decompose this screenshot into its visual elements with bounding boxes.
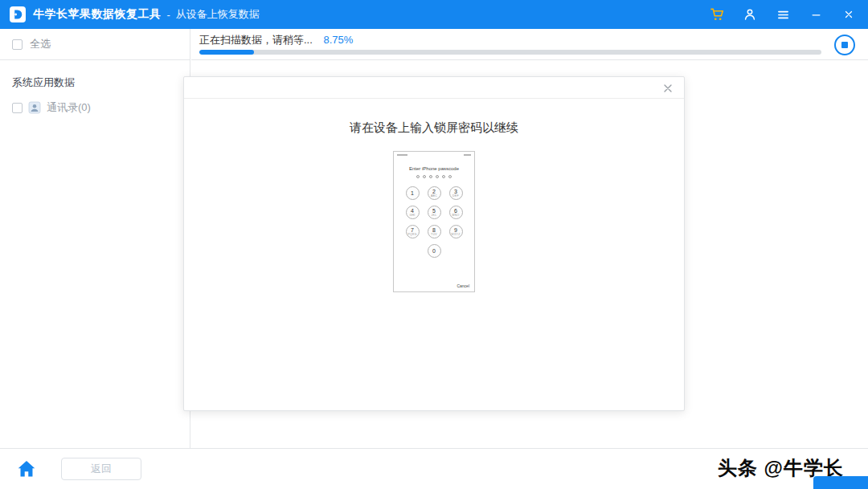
key-4: 4GHI xyxy=(406,206,420,219)
home-button[interactable] xyxy=(16,458,37,479)
app-subtitle: 从设备上恢复数据 xyxy=(176,7,260,22)
iphone-passcode-image: Enter iPhone passcode 1 2ABC 3DEF 4GHI 5… xyxy=(393,151,475,292)
sidebar: 全选 系统应用数据 通讯录(0) xyxy=(0,29,190,448)
key-5: 5JKL xyxy=(428,206,441,219)
modal-header xyxy=(184,77,684,99)
scan-status-row: 正在扫描数据，请稍等... 8.75% xyxy=(199,33,353,47)
progress-fill xyxy=(199,50,254,55)
passcode-dots xyxy=(394,175,474,178)
passcode-keypad: 1 2ABC 3DEF 4GHI 5JKL 6MNO 7PQRS 8TUV 9W… xyxy=(394,186,474,258)
modal-close-icon[interactable] xyxy=(661,81,675,96)
sidebar-section-title: 系统应用数据 xyxy=(12,75,190,90)
passcode-title: Enter iPhone passcode xyxy=(394,166,474,171)
key-0: 0 xyxy=(428,244,441,258)
contacts-checkbox[interactable] xyxy=(12,103,23,113)
cart-icon[interactable] xyxy=(709,6,725,22)
passcode-cancel-label: Cancel xyxy=(457,283,469,288)
key-1: 1 xyxy=(406,186,420,200)
footer: 返回 头条 @牛学长 xyxy=(0,448,868,489)
key-3: 3DEF xyxy=(449,186,463,200)
account-icon[interactable] xyxy=(742,6,758,22)
key-9: 9WXYZ xyxy=(449,225,463,238)
key-8: 8TUV xyxy=(428,225,441,238)
contacts-icon xyxy=(28,101,41,114)
titlebar: 牛学长苹果数据恢复工具 - 从设备上恢复数据 xyxy=(0,0,868,29)
key-7: 7PQRS xyxy=(406,225,420,238)
select-all-checkbox[interactable] xyxy=(12,39,23,50)
minimize-icon[interactable] xyxy=(808,6,824,22)
scan-header: 正在扫描数据，请稍等... 8.75% xyxy=(191,29,868,60)
menu-icon[interactable] xyxy=(775,6,791,22)
app-logo-icon xyxy=(10,6,26,22)
back-button[interactable]: 返回 xyxy=(61,458,141,480)
scan-status-text: 正在扫描数据，请稍等... xyxy=(199,34,313,46)
select-all-label: 全选 xyxy=(30,37,51,51)
stop-scan-button[interactable] xyxy=(834,35,855,55)
bottom-corner-button[interactable] xyxy=(813,476,868,489)
sidebar-item-contacts[interactable]: 通讯录(0) xyxy=(0,100,190,115)
select-all-row[interactable]: 全选 xyxy=(0,29,190,60)
app-title: 牛学长苹果数据恢复工具 xyxy=(33,7,162,22)
titlebar-actions xyxy=(709,0,857,29)
key-2: 2ABC xyxy=(428,186,441,200)
scan-percent: 8.75% xyxy=(323,34,353,46)
key-6: 6MNO xyxy=(449,206,463,219)
title-separator: - xyxy=(167,9,170,21)
phone-statusbar xyxy=(394,152,474,156)
close-window-icon[interactable] xyxy=(841,6,857,22)
stop-icon xyxy=(841,42,848,48)
modal-message: 请在设备上输入锁屏密码以继续 xyxy=(184,120,684,136)
progress-bar xyxy=(199,50,821,55)
sidebar-item-label: 通讯录(0) xyxy=(47,100,91,115)
passcode-modal: 请在设备上输入锁屏密码以继续 Enter iPhone passcode 1 2… xyxy=(183,76,685,411)
